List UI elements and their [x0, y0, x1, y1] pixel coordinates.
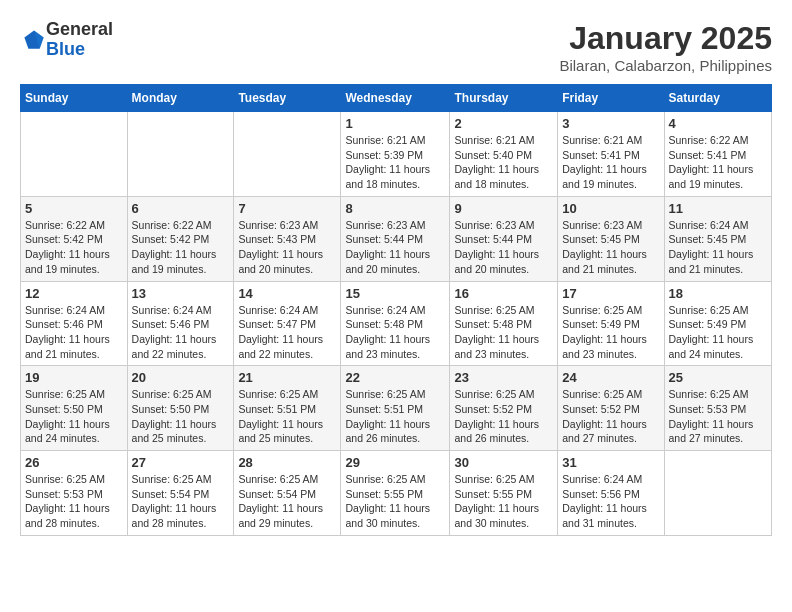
day-info: Sunrise: 6:25 AM Sunset: 5:55 PM Dayligh… — [454, 472, 553, 531]
calendar-day-cell: 23Sunrise: 6:25 AM Sunset: 5:52 PM Dayli… — [450, 366, 558, 451]
day-number: 25 — [669, 370, 767, 385]
calendar-day-cell: 13Sunrise: 6:24 AM Sunset: 5:46 PM Dayli… — [127, 281, 234, 366]
calendar-day-cell: 20Sunrise: 6:25 AM Sunset: 5:50 PM Dayli… — [127, 366, 234, 451]
day-number: 14 — [238, 286, 336, 301]
day-number: 22 — [345, 370, 445, 385]
day-number: 2 — [454, 116, 553, 131]
calendar-day-cell: 18Sunrise: 6:25 AM Sunset: 5:49 PM Dayli… — [664, 281, 771, 366]
day-info: Sunrise: 6:25 AM Sunset: 5:50 PM Dayligh… — [132, 387, 230, 446]
day-number: 19 — [25, 370, 123, 385]
calendar-table: SundayMondayTuesdayWednesdayThursdayFrid… — [20, 84, 772, 536]
calendar-day-cell: 26Sunrise: 6:25 AM Sunset: 5:53 PM Dayli… — [21, 451, 128, 536]
day-info: Sunrise: 6:25 AM Sunset: 5:54 PM Dayligh… — [132, 472, 230, 531]
calendar-week-row: 26Sunrise: 6:25 AM Sunset: 5:53 PM Dayli… — [21, 451, 772, 536]
calendar-empty-cell — [664, 451, 771, 536]
day-info: Sunrise: 6:25 AM Sunset: 5:53 PM Dayligh… — [25, 472, 123, 531]
calendar-day-cell: 10Sunrise: 6:23 AM Sunset: 5:45 PM Dayli… — [558, 196, 664, 281]
day-number: 8 — [345, 201, 445, 216]
calendar-day-cell: 14Sunrise: 6:24 AM Sunset: 5:47 PM Dayli… — [234, 281, 341, 366]
day-info: Sunrise: 6:22 AM Sunset: 5:41 PM Dayligh… — [669, 133, 767, 192]
calendar-day-cell: 17Sunrise: 6:25 AM Sunset: 5:49 PM Dayli… — [558, 281, 664, 366]
day-number: 1 — [345, 116, 445, 131]
calendar-week-row: 12Sunrise: 6:24 AM Sunset: 5:46 PM Dayli… — [21, 281, 772, 366]
day-info: Sunrise: 6:24 AM Sunset: 5:46 PM Dayligh… — [132, 303, 230, 362]
calendar-empty-cell — [234, 112, 341, 197]
calendar-day-cell: 25Sunrise: 6:25 AM Sunset: 5:53 PM Dayli… — [664, 366, 771, 451]
calendar-day-cell: 5Sunrise: 6:22 AM Sunset: 5:42 PM Daylig… — [21, 196, 128, 281]
calendar-day-cell: 24Sunrise: 6:25 AM Sunset: 5:52 PM Dayli… — [558, 366, 664, 451]
day-info: Sunrise: 6:23 AM Sunset: 5:44 PM Dayligh… — [454, 218, 553, 277]
day-number: 28 — [238, 455, 336, 470]
day-number: 30 — [454, 455, 553, 470]
day-number: 23 — [454, 370, 553, 385]
day-info: Sunrise: 6:25 AM Sunset: 5:48 PM Dayligh… — [454, 303, 553, 362]
day-number: 6 — [132, 201, 230, 216]
day-info: Sunrise: 6:21 AM Sunset: 5:39 PM Dayligh… — [345, 133, 445, 192]
day-info: Sunrise: 6:25 AM Sunset: 5:52 PM Dayligh… — [454, 387, 553, 446]
calendar-empty-cell — [21, 112, 128, 197]
column-header-wednesday: Wednesday — [341, 85, 450, 112]
day-number: 4 — [669, 116, 767, 131]
location-subtitle: Bilaran, Calabarzon, Philippines — [559, 57, 772, 74]
month-title: January 2025 — [559, 20, 772, 57]
calendar-day-cell: 21Sunrise: 6:25 AM Sunset: 5:51 PM Dayli… — [234, 366, 341, 451]
day-number: 21 — [238, 370, 336, 385]
calendar-day-cell: 9Sunrise: 6:23 AM Sunset: 5:44 PM Daylig… — [450, 196, 558, 281]
day-info: Sunrise: 6:23 AM Sunset: 5:44 PM Dayligh… — [345, 218, 445, 277]
calendar-day-cell: 4Sunrise: 6:22 AM Sunset: 5:41 PM Daylig… — [664, 112, 771, 197]
calendar-day-cell: 19Sunrise: 6:25 AM Sunset: 5:50 PM Dayli… — [21, 366, 128, 451]
day-info: Sunrise: 6:25 AM Sunset: 5:49 PM Dayligh… — [562, 303, 659, 362]
calendar-day-cell: 15Sunrise: 6:24 AM Sunset: 5:48 PM Dayli… — [341, 281, 450, 366]
day-info: Sunrise: 6:25 AM Sunset: 5:55 PM Dayligh… — [345, 472, 445, 531]
calendar-empty-cell — [127, 112, 234, 197]
day-info: Sunrise: 6:22 AM Sunset: 5:42 PM Dayligh… — [132, 218, 230, 277]
day-number: 29 — [345, 455, 445, 470]
calendar-week-row: 5Sunrise: 6:22 AM Sunset: 5:42 PM Daylig… — [21, 196, 772, 281]
day-number: 20 — [132, 370, 230, 385]
calendar-day-cell: 11Sunrise: 6:24 AM Sunset: 5:45 PM Dayli… — [664, 196, 771, 281]
calendar-week-row: 1Sunrise: 6:21 AM Sunset: 5:39 PM Daylig… — [21, 112, 772, 197]
calendar-day-cell: 7Sunrise: 6:23 AM Sunset: 5:43 PM Daylig… — [234, 196, 341, 281]
title-block: January 2025 Bilaran, Calabarzon, Philip… — [559, 20, 772, 74]
day-info: Sunrise: 6:25 AM Sunset: 5:51 PM Dayligh… — [238, 387, 336, 446]
day-info: Sunrise: 6:24 AM Sunset: 5:47 PM Dayligh… — [238, 303, 336, 362]
calendar-day-cell: 29Sunrise: 6:25 AM Sunset: 5:55 PM Dayli… — [341, 451, 450, 536]
calendar-day-cell: 1Sunrise: 6:21 AM Sunset: 5:39 PM Daylig… — [341, 112, 450, 197]
day-info: Sunrise: 6:21 AM Sunset: 5:41 PM Dayligh… — [562, 133, 659, 192]
day-info: Sunrise: 6:24 AM Sunset: 5:56 PM Dayligh… — [562, 472, 659, 531]
calendar-day-cell: 12Sunrise: 6:24 AM Sunset: 5:46 PM Dayli… — [21, 281, 128, 366]
day-info: Sunrise: 6:23 AM Sunset: 5:43 PM Dayligh… — [238, 218, 336, 277]
calendar-day-cell: 22Sunrise: 6:25 AM Sunset: 5:51 PM Dayli… — [341, 366, 450, 451]
day-info: Sunrise: 6:25 AM Sunset: 5:53 PM Dayligh… — [669, 387, 767, 446]
calendar-day-cell: 6Sunrise: 6:22 AM Sunset: 5:42 PM Daylig… — [127, 196, 234, 281]
day-number: 26 — [25, 455, 123, 470]
calendar-header-row: SundayMondayTuesdayWednesdayThursdayFrid… — [21, 85, 772, 112]
day-number: 27 — [132, 455, 230, 470]
logo-general: General — [46, 20, 113, 40]
day-number: 12 — [25, 286, 123, 301]
day-number: 10 — [562, 201, 659, 216]
day-info: Sunrise: 6:25 AM Sunset: 5:50 PM Dayligh… — [25, 387, 123, 446]
calendar-day-cell: 16Sunrise: 6:25 AM Sunset: 5:48 PM Dayli… — [450, 281, 558, 366]
column-header-saturday: Saturday — [664, 85, 771, 112]
day-info: Sunrise: 6:24 AM Sunset: 5:48 PM Dayligh… — [345, 303, 445, 362]
day-info: Sunrise: 6:24 AM Sunset: 5:45 PM Dayligh… — [669, 218, 767, 277]
day-number: 18 — [669, 286, 767, 301]
calendar-day-cell: 8Sunrise: 6:23 AM Sunset: 5:44 PM Daylig… — [341, 196, 450, 281]
day-info: Sunrise: 6:25 AM Sunset: 5:52 PM Dayligh… — [562, 387, 659, 446]
column-header-monday: Monday — [127, 85, 234, 112]
column-header-thursday: Thursday — [450, 85, 558, 112]
day-number: 11 — [669, 201, 767, 216]
day-info: Sunrise: 6:25 AM Sunset: 5:49 PM Dayligh… — [669, 303, 767, 362]
day-number: 16 — [454, 286, 553, 301]
calendar-day-cell: 30Sunrise: 6:25 AM Sunset: 5:55 PM Dayli… — [450, 451, 558, 536]
day-number: 17 — [562, 286, 659, 301]
column-header-tuesday: Tuesday — [234, 85, 341, 112]
day-info: Sunrise: 6:21 AM Sunset: 5:40 PM Dayligh… — [454, 133, 553, 192]
header: General Blue January 2025 Bilaran, Calab… — [20, 20, 772, 74]
day-info: Sunrise: 6:23 AM Sunset: 5:45 PM Dayligh… — [562, 218, 659, 277]
calendar-week-row: 19Sunrise: 6:25 AM Sunset: 5:50 PM Dayli… — [21, 366, 772, 451]
calendar-day-cell: 31Sunrise: 6:24 AM Sunset: 5:56 PM Dayli… — [558, 451, 664, 536]
day-number: 24 — [562, 370, 659, 385]
logo-blue: Blue — [46, 40, 113, 60]
